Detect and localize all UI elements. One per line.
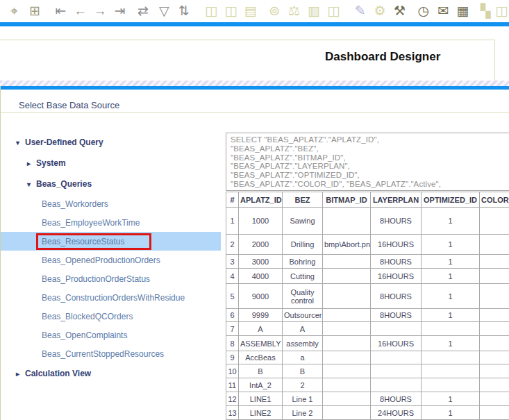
table-row[interactable]: 69999Outsourcer8HOURS1 — [226, 309, 509, 322]
table-cell — [480, 336, 509, 351]
column-header-color-id: COLOR_ID — [480, 192, 509, 208]
previous-record-icon[interactable]: ← — [73, 3, 87, 19]
table-row[interactable]: 11IntA_22 — [226, 378, 509, 392]
coins-icon[interactable]: ⊚ — [267, 3, 282, 19]
tree-item-label: Beas_Workorders — [42, 199, 108, 209]
form-wrench-icon[interactable]: ⚒ — [392, 3, 407, 19]
table-row[interactable]: 44000Cutting16HOURS1 — [226, 269, 509, 284]
tree-item-beas-employeeworktime[interactable]: Beas_EmployeeWorkTime — [1, 213, 226, 232]
table-row[interactable]: 7AA — [226, 322, 509, 336]
table-cell — [480, 392, 509, 406]
envelope-alert-icon[interactable]: ✉ — [436, 3, 451, 19]
table-cell: Drilling — [283, 235, 323, 255]
column-header-bez: BEZ — [283, 192, 323, 208]
column-header-optimized-id: OPTIMIZED_ID — [422, 192, 480, 208]
table-cell — [480, 406, 509, 420]
find-icon[interactable]: ⌖ — [7, 3, 22, 19]
table-cell: bmp\Abort.png — [323, 235, 371, 255]
table-row[interactable]: 11000Sawing8HOURS1 — [226, 208, 509, 235]
data-source-tree: ▾User-Defined Query▸System▾Beas_QueriesB… — [1, 113, 226, 420]
dashboard-designer-screen: ⌖⊞⇤←→⇥⇄▽⇅◫◫▤⊚⚖▥◫✎⚙⚒◷✉▦▚◫ Dashboard Desig… — [0, 0, 509, 420]
table-cell: A — [239, 322, 283, 336]
sort-icon[interactable]: ⇅ — [176, 3, 191, 19]
refresh-icon[interactable]: ⇄ — [135, 3, 150, 19]
table-cell: 8HOURS — [371, 309, 422, 322]
table-cell — [371, 364, 422, 378]
add-record-icon[interactable]: ⊞ — [27, 3, 42, 19]
tree-item-beas-queries[interactable]: ▾Beas_Queries — [1, 174, 226, 194]
filter-icon[interactable]: ▽ — [157, 3, 172, 19]
table-cell: 8HOURS — [371, 255, 422, 269]
window-content: ▾User-Defined Query▸System▾Beas_QueriesB… — [1, 113, 509, 420]
table-cell — [480, 309, 509, 322]
tree-item-beas-productionorderstatus[interactable]: Beas_ProductionOrderStatus — [1, 269, 226, 288]
window-header-label: Select Base Data Source — [19, 100, 119, 110]
scale-icon[interactable]: ⚖ — [287, 3, 301, 19]
copy-to-icon[interactable]: ◫ — [224, 3, 238, 19]
expand-triangle-icon[interactable]: ▸ — [16, 370, 25, 378]
tree-item-label: Beas_CurrentStoppedResources — [42, 349, 164, 359]
document-partial-icon[interactable]: ◫ — [494, 3, 509, 19]
window-header: Select Base Data Source — [1, 90, 509, 113]
last-record-icon[interactable]: ⇥ — [112, 3, 127, 19]
content-row: Select Base Data Source ▾User-Defined Qu… — [0, 86, 509, 420]
table-row[interactable]: 33000Bohring8HOURS1 — [226, 255, 509, 269]
table-cell: 7 — [226, 322, 239, 336]
column-header-layerplan: LAYERPLAN — [371, 192, 422, 208]
tree-item-label: Beas_ConstructionOrdersWithResidue — [42, 293, 185, 303]
table-cell: ASSEMBLY — [239, 336, 283, 351]
table-row[interactable]: 59000Quality control8HOURS1 — [226, 284, 509, 309]
preview-table: #APLATZ_IDBEZBITMAP_IDLAYERPLANOPTIMIZED… — [226, 192, 509, 420]
table-cell: Cutting — [283, 269, 323, 284]
pencil-icon[interactable]: ✎ — [353, 3, 367, 19]
table-cell — [480, 351, 509, 364]
table-row[interactable]: 9AccBeasa — [226, 351, 509, 364]
tree-item-calculation-view[interactable]: ▸Calculation View — [1, 363, 226, 384]
tree-item-label: Beas_OpenedProductionOrders — [42, 255, 160, 265]
table-cell: 13 — [226, 406, 239, 420]
clock-alert-icon[interactable]: ◷ — [416, 3, 431, 19]
sql-line: "BEAS_APLATZ"."BEZ", — [231, 144, 509, 153]
org-chart-icon[interactable]: ▚ — [478, 3, 492, 19]
table-row[interactable]: 12LINE1Line 18HOURS1 — [226, 392, 509, 406]
table-cell: 1 — [422, 255, 480, 269]
table-cell — [323, 392, 371, 406]
tree-item-beas-resourcestatus[interactable]: Beas_ResourceStatus — [1, 232, 221, 251]
tree-item-label: Calculation View — [25, 369, 91, 378]
table-cell — [480, 364, 509, 378]
tree-item-beas-openedproductionorders[interactable]: Beas_OpenedProductionOrders — [1, 251, 226, 269]
table-cell: 2000 — [239, 235, 283, 255]
expand-triangle-icon[interactable]: ▸ — [27, 160, 36, 167]
table-cell — [323, 351, 371, 364]
tree-item-beas-constructionorderswithresidue[interactable]: Beas_ConstructionOrdersWithResidue — [1, 288, 226, 307]
copy-from-icon[interactable]: ◫ — [203, 3, 218, 19]
tree-item-beas-currentstoppedresources[interactable]: Beas_CurrentStoppedResources — [1, 344, 226, 363]
table-row[interactable]: 8ASSEMBLYassembly16HOURS1 — [226, 336, 509, 351]
table-row[interactable]: 10BB — [226, 364, 509, 378]
table-cell: assembly — [283, 336, 323, 351]
tree-item-system[interactable]: ▸System — [1, 153, 226, 174]
table-cell: Line 1 — [283, 392, 323, 406]
table-cell — [480, 322, 509, 336]
table-cell — [480, 235, 509, 255]
tree-item-beas-workorders[interactable]: Beas_Workorders — [1, 194, 226, 213]
document-dollar-icon[interactable]: ▥ — [306, 3, 321, 19]
document-search-icon[interactable]: ◫ — [326, 3, 341, 19]
annotation-highlight-rectangle: Beas_ResourceStatus — [36, 233, 151, 250]
calculator-icon[interactable]: ▦ — [456, 3, 470, 19]
table-cell: Sawing — [283, 208, 323, 235]
form-gear-icon[interactable]: ⚙ — [372, 3, 387, 19]
first-record-icon[interactable]: ⇤ — [53, 3, 68, 19]
next-record-icon[interactable]: → — [93, 3, 108, 19]
tree-item-label: Beas_ResourceStatus — [42, 237, 124, 246]
table-row[interactable]: 13LINE2Line 224HOURS1 — [226, 406, 509, 420]
table-cell — [371, 378, 422, 392]
collapse-triangle-icon[interactable]: ▾ — [27, 180, 36, 188]
table-row[interactable]: 22000Drillingbmp\Abort.png16HOURS1 — [226, 235, 509, 255]
table-cell — [323, 378, 371, 392]
document-coin-icon[interactable]: ▤ — [243, 3, 258, 19]
collapse-triangle-icon[interactable]: ▾ — [16, 139, 25, 146]
tree-item-beas-blockedqcorders[interactable]: Beas_BlockedQCOrders — [1, 307, 226, 326]
tree-item-beas-opencomplaints[interactable]: Beas_OpenComplaints — [1, 326, 226, 344]
tree-item-user-defined-query[interactable]: ▾User-Defined Query — [1, 132, 226, 153]
